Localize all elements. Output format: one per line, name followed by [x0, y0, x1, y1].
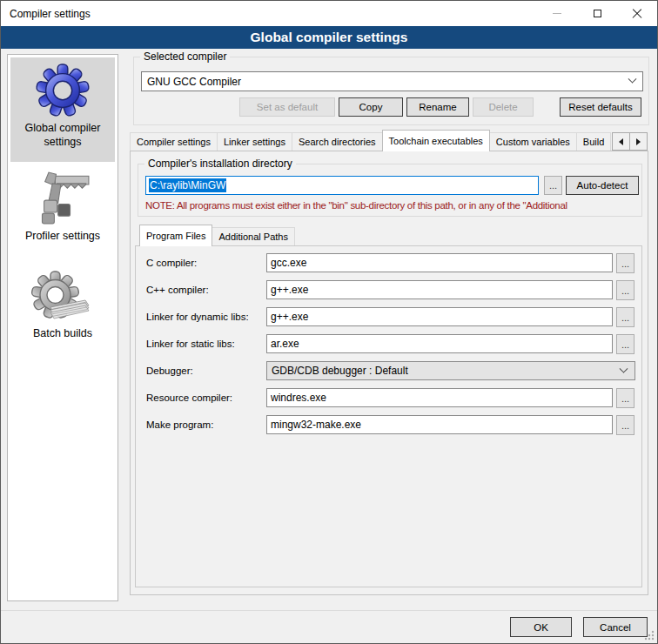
sidebar-item-label: Global compiler settings — [10, 122, 115, 149]
dynamic-linker-label: Linker for dynamic libs: — [146, 307, 249, 326]
selected-compiler-group-label: Selected compiler — [140, 50, 230, 63]
browse-dynamic-linker-button[interactable]: ... — [616, 307, 634, 327]
static-linker-input[interactable] — [266, 334, 613, 353]
dynamic-linker-input[interactable] — [266, 307, 613, 326]
close-icon — [632, 9, 642, 19]
gear-blue-icon — [36, 64, 90, 117]
sidebar-item-batch-builds[interactable]: Batch builds — [10, 265, 115, 364]
browse-cpp-compiler-button[interactable]: ... — [616, 280, 634, 300]
minimize-icon — [553, 13, 561, 14]
copy-button[interactable]: Copy — [339, 97, 403, 117]
toolchain-executables-panel: Compiler's installation directory C:\ray… — [130, 151, 648, 595]
compiler-settings-dialog: Compiler settings Global compiler settin… — [0, 0, 658, 644]
delete-button[interactable]: Delete — [473, 97, 534, 117]
tab-scroll-left-button[interactable] — [612, 132, 630, 151]
tab-program-files[interactable]: Program Files — [139, 225, 212, 246]
compiler-select-value: GNU GCC Compiler — [147, 76, 241, 88]
tab-search-directories[interactable]: Search directories — [292, 132, 383, 151]
cpp-compiler-label: C++ compiler: — [146, 280, 209, 299]
settings-tabstrip: Compiler settings Linker settings Search… — [130, 130, 648, 151]
maximize-icon — [594, 10, 601, 17]
page-title: Global compiler settings — [1, 26, 657, 49]
tab-compiler-settings[interactable]: Compiler settings — [130, 132, 218, 151]
minimize-button[interactable] — [537, 1, 577, 26]
arrow-left-icon — [619, 138, 623, 145]
tab-scroll-right-button[interactable] — [629, 132, 648, 151]
browse-static-linker-button[interactable]: ... — [616, 334, 634, 354]
tab-toolchain-executables[interactable]: Toolchain executables — [382, 130, 490, 151]
title-bar: Compiler settings — [1, 1, 657, 26]
cancel-button[interactable]: Cancel — [583, 617, 648, 637]
static-linker-label: Linker for static libs: — [146, 334, 235, 353]
program-files-panel: C compiler: ... C++ compiler: ... Linker… — [135, 245, 642, 587]
form-row-cpp-compiler: C++ compiler: ... — [136, 280, 641, 301]
selected-compiler-group: Selected compiler GNU GCC Compiler Set a… — [133, 57, 649, 125]
sidebar-item-label: Profiler settings — [25, 230, 100, 244]
settings-category-sidebar: Global compiler settings Profiler settin… — [7, 54, 118, 601]
gear-stack-icon — [31, 271, 94, 323]
form-row-dynamic-linker: Linker for dynamic libs: ... — [136, 307, 641, 328]
reset-defaults-button[interactable]: Reset defaults — [560, 97, 641, 117]
browse-directory-button[interactable]: ... — [544, 176, 562, 195]
caption-buttons — [537, 1, 657, 26]
installation-directory-group-label: Compiler's installation directory — [144, 158, 296, 170]
maximize-button[interactable] — [577, 1, 617, 26]
browse-resource-compiler-button[interactable]: ... — [616, 388, 634, 408]
tab-custom-variables[interactable]: Custom variables — [489, 132, 577, 151]
resource-compiler-label: Resource compiler: — [146, 388, 232, 407]
auto-detect-button[interactable]: Auto-detect — [566, 176, 639, 195]
caliper-icon — [32, 171, 93, 225]
installation-directory-input[interactable]: C:\raylib\MinGW — [145, 176, 539, 195]
compiler-select[interactable]: GNU GCC Compiler — [141, 71, 643, 91]
form-row-c-compiler: C compiler: ... — [136, 253, 641, 274]
program-files-tabstrip: Program Files Additional Paths — [139, 225, 295, 246]
tab-linker-settings[interactable]: Linker settings — [217, 132, 292, 151]
browse-c-compiler-button[interactable]: ... — [616, 253, 634, 273]
installation-directory-group: Compiler's installation directory C:\ray… — [138, 164, 642, 217]
window-title: Compiler settings — [1, 8, 91, 20]
make-program-input[interactable] — [266, 415, 613, 434]
chevron-down-icon — [628, 75, 637, 84]
arrow-right-icon — [636, 138, 641, 145]
cpp-compiler-input[interactable] — [266, 280, 613, 299]
resource-compiler-input[interactable] — [266, 388, 613, 407]
debugger-select[interactable]: GDB/CDB debugger : Default — [266, 361, 635, 380]
sidebar-item-global-compiler-settings[interactable]: Global compiler settings — [10, 57, 115, 162]
form-row-make-program: Make program: ... — [136, 415, 641, 436]
resize-grip[interactable] — [643, 629, 655, 641]
debugger-label: Debugger: — [146, 361, 193, 380]
tab-scroll-arrows — [612, 132, 648, 151]
sidebar-item-profiler-settings[interactable]: Profiler settings — [10, 165, 115, 256]
form-row-static-linker: Linker for static libs: ... — [136, 334, 641, 355]
rename-button[interactable]: Rename — [406, 97, 469, 117]
form-row-debugger: Debugger: GDB/CDB debugger : Default — [136, 361, 641, 382]
installation-directory-value: C:\raylib\MinGW — [149, 178, 226, 192]
sidebar-item-label: Batch builds — [33, 327, 92, 341]
chevron-down-icon — [620, 364, 628, 372]
tab-additional-paths[interactable]: Additional Paths — [212, 227, 295, 245]
tab-build-options[interactable]: Build — [576, 132, 611, 151]
close-button[interactable] — [617, 1, 657, 26]
compiler-buttons-row: Set as default Copy Rename Delete Reset … — [239, 97, 641, 117]
c-compiler-label: C compiler: — [146, 253, 197, 272]
ok-button[interactable]: OK — [510, 617, 572, 637]
form-row-resource-compiler: Resource compiler: ... — [136, 388, 641, 409]
browse-make-program-button[interactable]: ... — [616, 415, 634, 435]
footer-divider — [1, 610, 657, 611]
note-text: NOTE: All programs must exist either in … — [145, 200, 640, 211]
set-as-default-button[interactable]: Set as default — [239, 97, 335, 117]
c-compiler-input[interactable] — [266, 253, 613, 272]
make-program-label: Make program: — [146, 415, 213, 434]
debugger-select-value: GDB/CDB debugger : Default — [272, 365, 408, 377]
